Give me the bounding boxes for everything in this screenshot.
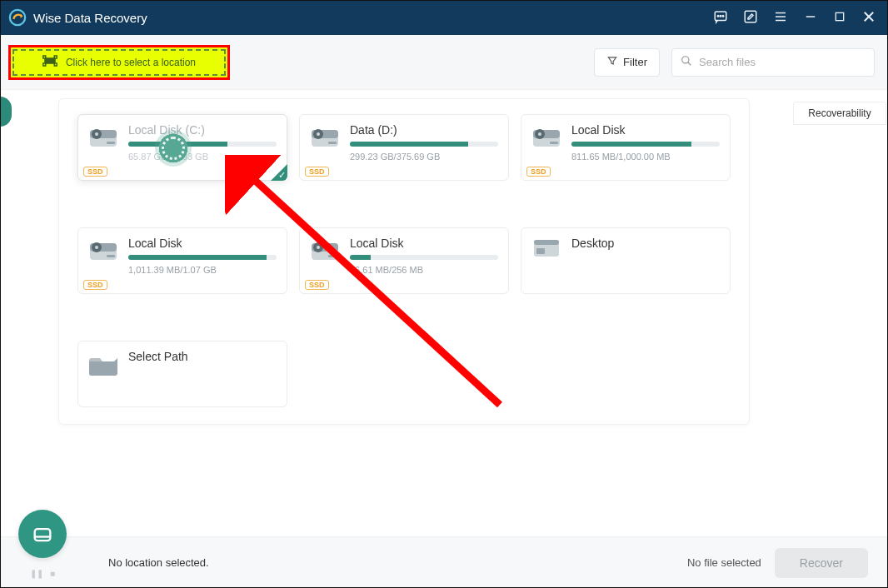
svg-rect-47 <box>534 240 559 245</box>
usage-bar <box>128 255 277 260</box>
window-buttons <box>713 9 880 27</box>
app-title: Wise Data Recovery <box>33 11 147 25</box>
ssd-badge: SSD <box>83 167 107 177</box>
svg-rect-25 <box>107 142 115 144</box>
minimize-button[interactable] <box>803 9 818 27</box>
svg-rect-16 <box>54 56 57 58</box>
desktop-icon <box>531 237 561 263</box>
drive-panel: Local Disk (C:)65.87 GB/98.93 GBSSD✓Data… <box>58 98 750 425</box>
scan-fab-button[interactable] <box>18 510 67 558</box>
svg-rect-51 <box>35 529 51 541</box>
menu-icon[interactable] <box>773 9 788 27</box>
ssd-badge: SSD <box>305 167 329 177</box>
svg-rect-40 <box>107 255 115 257</box>
svg-rect-15 <box>43 56 46 58</box>
filter-button[interactable]: Filter <box>594 48 660 77</box>
svg-rect-45 <box>328 255 337 257</box>
svg-point-5 <box>722 15 724 17</box>
status-right: No file selected <box>687 556 761 569</box>
drive-card[interactable]: Local Disk36.61 MB/256 MBSSD <box>299 227 509 294</box>
svg-rect-35 <box>550 142 558 144</box>
drive-size: 299.23 GB/375.69 GB <box>350 152 498 162</box>
svg-point-29 <box>317 132 320 136</box>
svg-point-0 <box>10 10 25 25</box>
svg-marker-1 <box>21 13 23 18</box>
drive-size: 65.87 GB/98.93 GB <box>128 152 277 162</box>
main-area: Recoverability Local Disk (C:)65.87 GB/9… <box>0 90 888 536</box>
pause-icon[interactable]: ❚❚ <box>30 569 43 578</box>
svg-point-3 <box>717 15 719 17</box>
svg-point-19 <box>682 57 689 63</box>
bottombar: ❚❚ ■ No location selected. No file selec… <box>0 536 888 588</box>
filter-icon <box>606 55 618 69</box>
search-icon <box>681 55 692 69</box>
ssd-badge: SSD <box>83 280 107 290</box>
svg-point-34 <box>538 132 541 136</box>
drive-card[interactable]: Local Disk (C:)65.87 GB/98.93 GBSSD✓ <box>77 114 287 181</box>
disk-icon <box>88 237 118 263</box>
scanning-spinner-icon <box>155 130 192 167</box>
titlebar: Wise Data Recovery <box>0 0 888 35</box>
select-path-card[interactable]: Select Path <box>77 341 287 407</box>
svg-rect-18 <box>54 63 57 66</box>
usage-bar <box>350 255 498 260</box>
drive-size: 36.61 MB/256 MB <box>350 265 498 275</box>
toolbar: Click here to select a location Filter <box>0 35 888 90</box>
status-left: No location selected. <box>108 556 209 569</box>
ssd-badge: SSD <box>305 280 329 290</box>
disk-icon <box>531 123 561 150</box>
recover-button[interactable]: Recover <box>775 548 868 578</box>
disk-icon <box>310 123 340 150</box>
select-location-label: Click here to select a location <box>66 57 196 68</box>
search-box[interactable] <box>671 48 875 77</box>
drive-size: 811.65 MB/1,000.00 MB <box>571 152 720 162</box>
desktop-card[interactable]: Desktop <box>521 227 731 294</box>
disk-icon <box>310 237 340 263</box>
sidebar <box>0 90 12 536</box>
drive-size: 1,011.39 MB/1.07 GB <box>128 265 277 275</box>
svg-rect-6 <box>745 11 756 22</box>
sidebar-tab-nub[interactable] <box>0 97 12 127</box>
disk-icon <box>88 123 118 150</box>
recoverability-label: Recoverability <box>808 107 871 119</box>
svg-point-24 <box>95 132 98 136</box>
svg-rect-17 <box>43 63 46 66</box>
stop-icon[interactable]: ■ <box>50 569 55 578</box>
select-location-button[interactable]: Click here to select a location <box>8 45 230 80</box>
folder-icon <box>88 350 118 376</box>
drive-name: Local Disk <box>350 237 498 250</box>
drive-card[interactable]: Local Disk811.65 MB/1,000.00 MBSSD <box>521 114 731 181</box>
drive-card[interactable]: Local Disk1,011.39 MB/1.07 GBSSD <box>77 227 287 294</box>
selected-check-icon: ✓ <box>278 170 286 181</box>
svg-point-44 <box>317 246 320 249</box>
feedback-icon[interactable] <box>713 9 728 27</box>
drive-name: Desktop <box>571 237 720 250</box>
drive-name: Local Disk <box>571 123 720 137</box>
edit-icon[interactable] <box>743 9 758 27</box>
drive-name: Select Path <box>128 350 277 363</box>
drive-name: Local Disk <box>128 237 277 250</box>
close-button[interactable] <box>861 9 876 27</box>
svg-rect-30 <box>328 142 337 144</box>
drive-card[interactable]: Data (D:)299.23 GB/375.69 GBSSD <box>299 114 509 181</box>
svg-point-39 <box>95 246 98 249</box>
drive-scan-icon <box>42 55 57 69</box>
usage-bar <box>128 142 277 147</box>
drive-name: Data (D:) <box>350 123 498 137</box>
search-input[interactable] <box>699 56 866 68</box>
app-logo-icon <box>8 8 27 27</box>
svg-rect-48 <box>536 248 545 254</box>
recoverability-tab[interactable]: Recoverability <box>793 102 886 125</box>
usage-bar <box>350 142 498 147</box>
usage-bar <box>571 142 720 147</box>
playback-controls: ❚❚ ■ <box>30 569 55 578</box>
svg-point-4 <box>720 15 721 17</box>
maximize-button[interactable] <box>833 10 846 26</box>
drive-name: Local Disk (C:) <box>128 123 277 137</box>
ssd-badge: SSD <box>526 167 551 177</box>
filter-label: Filter <box>623 56 647 68</box>
svg-rect-11 <box>836 12 843 20</box>
svg-line-20 <box>688 62 691 66</box>
